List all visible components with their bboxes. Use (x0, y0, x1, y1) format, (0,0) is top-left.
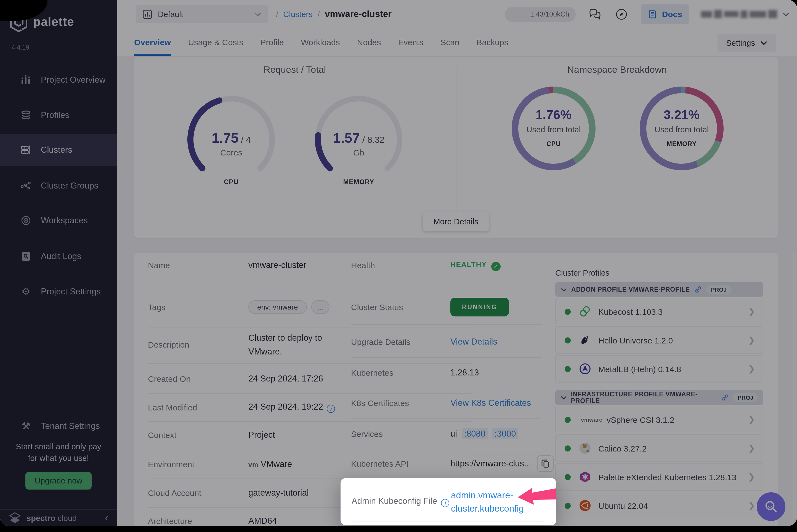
highlight-arrow (516, 484, 557, 508)
admin-kubeconfig-link[interactable]: admin.vmware-cluster.kubeconfig (451, 489, 524, 515)
app-window: palette 4.4.19 Project Overview Profiles… (0, 0, 797, 526)
screen: palette 4.4.19 Project Overview Profiles… (0, 0, 797, 532)
field-label: Admin Kubeconfig Filei (351, 496, 449, 507)
info-icon[interactable]: i (441, 499, 449, 507)
dim-overlay (0, 0, 797, 526)
